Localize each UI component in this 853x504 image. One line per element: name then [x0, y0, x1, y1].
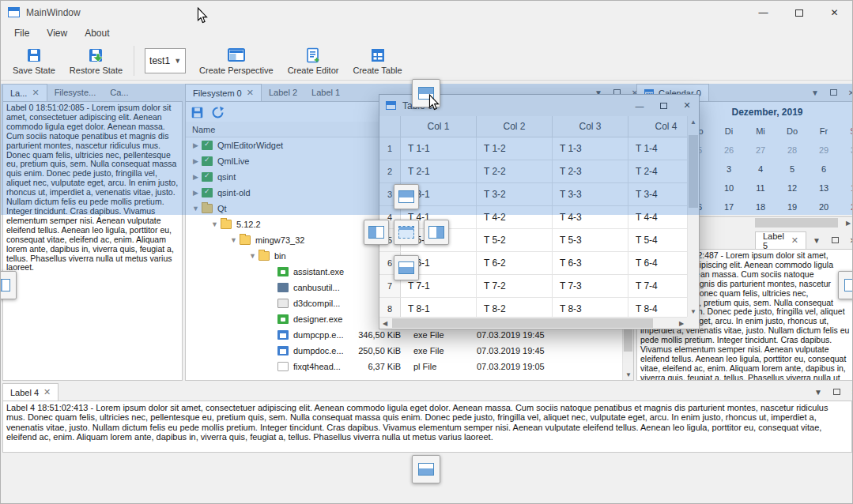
- scroll-down-icon[interactable]: ▼: [688, 306, 699, 317]
- row-header[interactable]: 1: [379, 137, 401, 160]
- calendar-day[interactable]: 28: [776, 141, 808, 160]
- expanded-arrow-icon[interactable]: ▼: [228, 236, 239, 244]
- tab-label1[interactable]: Label 1: [304, 84, 347, 101]
- calendar-day[interactable]: 20: [808, 197, 840, 216]
- maximize-button[interactable]: [781, 1, 817, 24]
- restore-state-button[interactable]: Restore State: [62, 43, 130, 79]
- tree-row[interactable]: fixqt4head...6,37 KiBpl File07.03.2019 1…: [186, 359, 622, 374]
- create-table-button[interactable]: Create Table: [345, 43, 409, 79]
- scroll-thumb[interactable]: [392, 318, 653, 328]
- create-perspective-button[interactable]: Create Perspective: [192, 43, 281, 79]
- scroll-down-icon[interactable]: ▼: [623, 369, 634, 380]
- scroll-thumb[interactable]: [689, 135, 698, 208]
- table-corner-header[interactable]: [379, 116, 401, 137]
- drop-indicator-top-edge[interactable]: [412, 79, 440, 107]
- table-cell[interactable]: T 6-4: [628, 252, 687, 275]
- tab-filesystem0[interactable]: Filesystem 0✕: [185, 84, 262, 101]
- dock-float-icon[interactable]: [830, 386, 843, 398]
- dock-close-icon[interactable]: ✕: [848, 386, 853, 398]
- collapsed-arrow-icon[interactable]: ▶: [191, 141, 201, 149]
- drop-indicator-bottom-edge[interactable]: [412, 455, 440, 483]
- table-cell[interactable]: T 1-1: [401, 137, 477, 160]
- scroll-left-icon[interactable]: ◀: [379, 318, 391, 329]
- calendar-day[interactable]: 26: [713, 141, 745, 160]
- close-button[interactable]: ✕: [817, 1, 852, 24]
- expanded-arrow-icon[interactable]: ▼: [247, 252, 258, 260]
- dock-close-icon[interactable]: ✕: [847, 234, 853, 246]
- table-cell[interactable]: T 1-4: [628, 137, 687, 160]
- calendar-day[interactable]: 12: [776, 179, 808, 197]
- table-cell[interactable]: T 8-3: [553, 298, 628, 317]
- table-cell[interactable]: T 1-2: [477, 137, 553, 160]
- tab-close-icon[interactable]: ✕: [791, 236, 798, 245]
- calendar-day[interactable]: 21: [840, 197, 853, 216]
- table-cell[interactable]: T 5-3: [553, 229, 628, 252]
- drop-indicator-area-left[interactable]: [364, 220, 389, 245]
- tab-calendar-left[interactable]: Ca...: [103, 84, 135, 101]
- table-vscrollbar[interactable]: ▲ ▼: [687, 116, 699, 317]
- tab-close-icon[interactable]: ✕: [247, 88, 254, 97]
- drop-indicator-area-bottom[interactable]: [394, 255, 419, 280]
- dock-menu-icon[interactable]: ▼: [812, 386, 825, 398]
- table-cell[interactable]: T 6-3: [553, 252, 628, 275]
- calendar-day[interactable]: 29: [808, 141, 840, 160]
- calendar-day[interactable]: 30: [840, 141, 853, 160]
- table-cell[interactable]: T 1-3: [553, 137, 628, 160]
- table-cell[interactable]: T 2-1: [401, 160, 477, 183]
- calendar-day[interactable]: 5: [776, 160, 808, 179]
- calendar-day[interactable]: 10: [713, 179, 745, 197]
- column-header[interactable]: Col 1: [401, 116, 477, 137]
- collapsed-arrow-icon[interactable]: ▶: [191, 189, 201, 197]
- fs-save-button[interactable]: [189, 104, 205, 120]
- table-cell[interactable]: T 7-2: [477, 275, 553, 298]
- tab-label0[interactable]: La...✕: [2, 84, 47, 101]
- calendar-day[interactable]: 6: [808, 160, 840, 179]
- dock-float-icon[interactable]: [828, 234, 841, 246]
- table-cell[interactable]: T 3-2: [477, 183, 553, 206]
- scroll-thumb[interactable]: [755, 218, 838, 228]
- table-cell[interactable]: T 7-3: [553, 275, 628, 298]
- table-cell[interactable]: T 3-3: [553, 183, 628, 206]
- table-cell[interactable]: T 4-4: [628, 206, 687, 229]
- dock-close-icon[interactable]: ✕: [845, 86, 853, 99]
- expanded-arrow-icon[interactable]: ▼: [209, 220, 220, 228]
- drop-indicator-left-edge[interactable]: [0, 271, 17, 299]
- column-header[interactable]: Col 2: [477, 116, 553, 137]
- menu-view[interactable]: View: [38, 24, 76, 42]
- table-cell[interactable]: T 6-2: [477, 252, 553, 275]
- table-cell[interactable]: T 2-2: [477, 160, 553, 183]
- collapsed-arrow-icon[interactable]: ▶: [191, 173, 201, 181]
- tree-row[interactable]: dumpcpp.e...346,50 KiBexe File07.03.2019…: [186, 327, 622, 343]
- calendar-day[interactable]: 17: [713, 197, 745, 216]
- table-cell[interactable]: T 8-1: [401, 298, 477, 317]
- calendar-day[interactable]: 19: [776, 197, 808, 216]
- minimize-button[interactable]: —: [745, 1, 781, 24]
- table-cell[interactable]: T 4-3: [553, 206, 628, 229]
- tab-close-icon[interactable]: ✕: [43, 388, 51, 397]
- row-header[interactable]: 8: [379, 298, 401, 317]
- collapsed-arrow-icon[interactable]: ▶: [191, 157, 201, 165]
- table-cell[interactable]: T 7-4: [628, 275, 687, 298]
- drop-indicator-area-top[interactable]: [394, 184, 419, 209]
- table-cell[interactable]: T 3-4: [628, 183, 687, 206]
- table-cell[interactable]: T 4-2: [477, 206, 553, 229]
- calendar-day[interactable]: 14: [840, 179, 853, 197]
- scroll-up-icon[interactable]: ▲: [688, 116, 699, 127]
- calendar-day[interactable]: 11: [745, 179, 776, 197]
- menu-about[interactable]: About: [76, 24, 118, 42]
- tab-label4[interactable]: Label 4✕: [2, 383, 59, 401]
- table-cell[interactable]: T 5-2: [477, 229, 553, 252]
- minimize-button[interactable]: —: [628, 95, 651, 116]
- drop-indicator-right-edge[interactable]: [838, 271, 853, 299]
- menu-file[interactable]: File: [6, 24, 38, 42]
- dock-float-icon[interactable]: [827, 86, 840, 99]
- table-window[interactable]: Table 0 — ✕ Col 1Col 2Col 3Col 4 1T 1-1T…: [379, 94, 700, 329]
- dock-menu-icon[interactable]: ▼: [809, 86, 821, 99]
- tree-row[interactable]: dumpdoc.e...250,50 KiBexe File07.03.2019…: [186, 343, 622, 359]
- maximize-button[interactable]: [651, 95, 675, 116]
- save-state-button[interactable]: Save State: [6, 43, 62, 79]
- calendar-day[interactable]: 13: [808, 179, 840, 197]
- row-header[interactable]: 2: [379, 160, 401, 183]
- table-cell[interactable]: T 2-4: [628, 160, 687, 183]
- fs-refresh-button[interactable]: [209, 104, 225, 120]
